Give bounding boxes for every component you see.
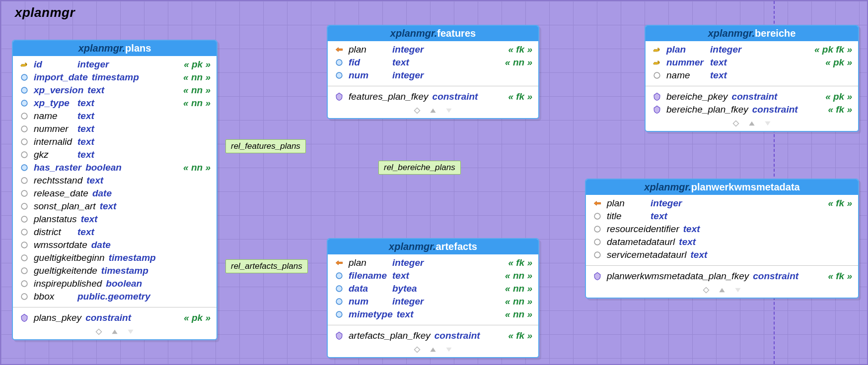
column-row[interactable]: numinteger bbox=[328, 69, 538, 82]
column-row[interactable]: titletext bbox=[586, 210, 858, 223]
er-canvas[interactable]: xplanmgr rel_features_plans rel_bereiche… bbox=[0, 0, 868, 365]
column-flags: « nn » bbox=[183, 98, 211, 109]
column-row[interactable]: nametext bbox=[13, 110, 217, 122]
triangle-up-icon[interactable] bbox=[430, 346, 436, 353]
column-type: constraint bbox=[732, 91, 778, 102]
triangle-up-icon[interactable] bbox=[430, 107, 436, 114]
constraint-row[interactable]: artefacts_plan_fkeyconstraint« fk » bbox=[328, 329, 538, 342]
table-plans[interactable]: xplanmgr.plans idinteger« pk »import_dat… bbox=[12, 40, 217, 340]
pk-icon bbox=[651, 57, 662, 68]
pk-icon bbox=[19, 59, 30, 70]
column-row[interactable]: wmssortdatedate bbox=[13, 239, 217, 251]
column-row[interactable]: gueltigkeitbeginntimestamp bbox=[13, 251, 217, 264]
column-name: plan bbox=[349, 44, 388, 55]
col-icon bbox=[19, 175, 30, 186]
column-row[interactable]: districttext bbox=[13, 226, 217, 239]
column-row[interactable]: nummertext bbox=[13, 122, 217, 135]
column-row[interactable]: idinteger« pk » bbox=[13, 58, 217, 71]
triangle-down-icon[interactable] bbox=[734, 287, 741, 294]
col-icon bbox=[592, 237, 603, 247]
cons-icon bbox=[592, 271, 603, 282]
constraint-row[interactable]: bereiche_pkeyconstraint« pk » bbox=[646, 90, 858, 103]
column-row[interactable]: databytea« nn » bbox=[328, 282, 538, 295]
column-row[interactable]: datametadataurltext bbox=[586, 236, 858, 248]
table-footer-controls[interactable] bbox=[328, 105, 538, 118]
table-features-header[interactable]: xplanmgr.features bbox=[328, 26, 538, 41]
column-row[interactable]: bboxpublic.geometry bbox=[13, 290, 217, 303]
column-row[interactable]: planinteger« fk » bbox=[328, 43, 538, 56]
column-name: xp_type bbox=[34, 98, 73, 109]
column-row[interactable]: gueltigkeitendetimestamp bbox=[13, 264, 217, 277]
constraint-row[interactable]: bereiche_plan_fkeyconstraint« fk » bbox=[646, 103, 858, 116]
col-icon bbox=[19, 214, 30, 225]
diamond-icon[interactable] bbox=[95, 328, 102, 335]
column-type: text bbox=[77, 149, 94, 160]
column-type: text bbox=[87, 85, 104, 96]
column-row[interactable]: planstatustext bbox=[13, 213, 217, 226]
diamond-icon[interactable] bbox=[703, 287, 710, 294]
triangle-up-icon[interactable] bbox=[719, 287, 725, 294]
column-type: text bbox=[651, 211, 667, 222]
column-row[interactable]: mimetypetext« nn » bbox=[328, 308, 538, 321]
triangle-down-icon[interactable] bbox=[445, 346, 452, 353]
triangle-up-icon[interactable] bbox=[748, 120, 755, 127]
diamond-icon[interactable] bbox=[732, 120, 739, 127]
column-name: plan bbox=[666, 44, 706, 55]
column-row[interactable]: servicemetadataurltext bbox=[586, 248, 858, 261]
fk-icon bbox=[334, 44, 345, 55]
column-flags: « nn » bbox=[183, 72, 211, 83]
fk-icon bbox=[592, 198, 603, 209]
table-bereiche-header[interactable]: xplanmgr.bereiche bbox=[646, 26, 858, 41]
column-flags: « nn » bbox=[505, 270, 532, 281]
column-row[interactable]: release_datedate bbox=[13, 187, 217, 200]
table-footer-controls[interactable] bbox=[328, 344, 538, 357]
triangle-down-icon[interactable] bbox=[127, 328, 134, 335]
col-icon bbox=[19, 111, 30, 122]
column-name: datametadataurl bbox=[607, 237, 675, 247]
constraint-row[interactable]: planwerkwmsmetadata_plan_fkeyconstraint«… bbox=[586, 270, 858, 283]
column-row[interactable]: resourceidentifiertext bbox=[586, 223, 858, 236]
triangle-down-icon[interactable] bbox=[445, 107, 452, 114]
column-row[interactable]: xp_typetext« nn » bbox=[13, 97, 217, 110]
column-row[interactable]: planinteger« fk » bbox=[586, 197, 858, 210]
table-footer-controls[interactable] bbox=[646, 118, 858, 131]
diamond-icon[interactable] bbox=[414, 346, 421, 353]
table-planwerkwmsmetadata[interactable]: xplanmgr.planwerkwmsmetadata planinteger… bbox=[585, 179, 859, 299]
triangle-up-icon[interactable] bbox=[111, 328, 118, 335]
column-row[interactable]: planinteger« pk fk » bbox=[646, 43, 858, 56]
table-bereiche[interactable]: xplanmgr.bereiche planinteger« pk fk »nu… bbox=[645, 25, 859, 132]
schema-title: xplanmgr bbox=[15, 5, 75, 20]
column-row[interactable]: import_datetimestamp« nn » bbox=[13, 71, 217, 84]
diamond-icon[interactable] bbox=[414, 107, 421, 114]
column-row[interactable]: xp_versiontext« nn » bbox=[13, 84, 217, 97]
column-row[interactable]: sonst_plan_arttext bbox=[13, 200, 217, 213]
column-type: bytea bbox=[392, 283, 417, 294]
column-row[interactable]: gkztext bbox=[13, 148, 217, 161]
cons-icon bbox=[19, 312, 30, 323]
column-row[interactable]: inspirepublishedboolean bbox=[13, 277, 217, 290]
column-name: plan bbox=[349, 257, 388, 268]
table-footer-controls[interactable] bbox=[13, 326, 217, 339]
table-footer-controls[interactable] bbox=[586, 285, 858, 298]
column-row[interactable]: numinteger« nn » bbox=[328, 295, 538, 308]
column-row[interactable]: internalidtext bbox=[13, 135, 217, 148]
constraint-row[interactable]: features_plan_fkeyconstraint« fk » bbox=[328, 90, 538, 103]
table-planwerkwmsmetadata-header[interactable]: xplanmgr.planwerkwmsmetadata bbox=[586, 180, 858, 195]
table-plans-header[interactable]: xplanmgr.plans bbox=[13, 41, 217, 56]
triangle-down-icon[interactable] bbox=[764, 120, 771, 127]
column-row[interactable]: nummertext« pk » bbox=[646, 56, 858, 69]
table-features[interactable]: xplanmgr.features planinteger« fk »fidte… bbox=[327, 25, 539, 119]
column-row[interactable]: filenametext« nn » bbox=[328, 269, 538, 282]
column-type: constraint bbox=[85, 312, 131, 323]
column-row[interactable]: fidtext« nn » bbox=[328, 56, 538, 69]
constraint-row[interactable]: plans_pkeyconstraint« pk » bbox=[13, 311, 217, 324]
column-type: integer bbox=[392, 70, 424, 81]
column-row[interactable]: planinteger« fk » bbox=[328, 256, 538, 269]
table-artefacts-header[interactable]: xplanmgr.artefacts bbox=[328, 239, 538, 254]
table-artefacts[interactable]: xplanmgr.artefacts planinteger« fk »file… bbox=[327, 238, 539, 358]
column-row[interactable]: nametext bbox=[646, 69, 858, 82]
column-name: nummer bbox=[34, 123, 73, 134]
column-row[interactable]: rechtsstandtext bbox=[13, 174, 217, 187]
column-name: inspirepublished bbox=[34, 278, 102, 289]
column-row[interactable]: has_rasterboolean« nn » bbox=[13, 161, 217, 174]
